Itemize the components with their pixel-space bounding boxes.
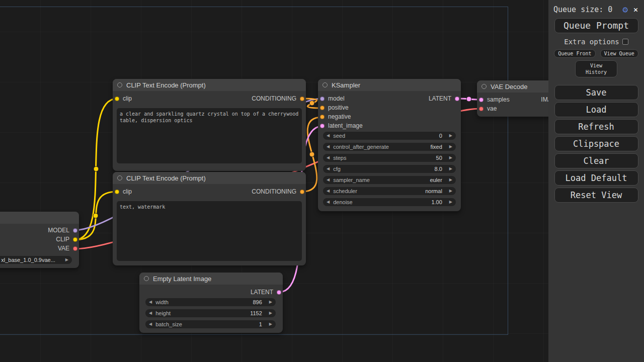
output-slot-clip[interactable]: [73, 237, 77, 242]
increment-arrow-icon[interactable]: ▶: [269, 300, 272, 304]
widget-control-after-generate[interactable]: ◀ control_after_generate fixed ▶: [323, 143, 456, 151]
input-slot-label: clip: [123, 188, 132, 195]
output-slot-latent[interactable]: [277, 290, 281, 295]
increment-arrow-icon[interactable]: ▶: [269, 322, 272, 326]
widget-seed[interactable]: ◀ seed 0 ▶: [323, 132, 456, 140]
close-icon[interactable]: ✕: [633, 6, 638, 14]
clear-button[interactable]: Clear: [554, 153, 638, 168]
increment-arrow-icon[interactable]: ▶: [449, 178, 452, 182]
widget-ckpt-name[interactable]: ◀ xl_base_1.0_0.9vae... ▶: [0, 256, 72, 264]
input-slot-label: latent_image: [328, 122, 363, 129]
node-header[interactable]: KSampler: [318, 79, 461, 91]
load-default-button[interactable]: Load Default: [554, 170, 638, 186]
extra-options-checkbox[interactable]: [622, 39, 628, 45]
workflow-canvas[interactable]: MODEL CLIP VAE ◀ xl_base_1.0_0.9vae... ▶…: [0, 0, 548, 362]
increment-arrow-icon[interactable]: ▶: [65, 258, 68, 262]
node-title: CLIP Text Encode (Prompt): [126, 81, 206, 89]
decrement-arrow-icon[interactable]: ◀: [327, 189, 330, 193]
input-slot-positive-row: positive: [318, 103, 461, 112]
view-queue-button[interactable]: View Queue: [600, 49, 638, 58]
widget-steps[interactable]: ◀ steps 50 ▶: [323, 154, 456, 162]
widget-denoise[interactable]: ◀ denoise 1.00 ▶: [323, 198, 456, 206]
input-slot-negative[interactable]: [320, 115, 325, 119]
collapse-toggle-icon[interactable]: [481, 84, 487, 89]
node-title: CLIP Text Encode (Prompt): [126, 174, 206, 182]
node-header[interactable]: [0, 212, 79, 224]
increment-arrow-icon[interactable]: ▶: [449, 200, 452, 204]
node-ksampler[interactable]: KSampler LATENT model positive negative …: [318, 79, 461, 211]
widget-batch-size[interactable]: ◀ batch_size 1 ▶: [145, 320, 276, 328]
widget-value: normal: [425, 188, 442, 194]
decrement-arrow-icon[interactable]: ◀: [149, 322, 152, 326]
widget-value: xl_base_1.0_0.9vae...: [1, 257, 55, 263]
collapse-toggle-icon[interactable]: [117, 82, 122, 87]
input-slot-vae[interactable]: [479, 107, 484, 111]
settings-gear-icon[interactable]: ⚙: [622, 5, 628, 14]
increment-arrow-icon[interactable]: ▶: [449, 145, 452, 149]
input-slot-clip[interactable]: [115, 190, 119, 194]
decrement-arrow-icon[interactable]: ◀: [327, 145, 330, 149]
clipspace-button[interactable]: Clipspace: [554, 136, 638, 151]
widget-cfg[interactable]: ◀ cfg 8.0 ▶: [323, 165, 456, 173]
output-slot-label: LATENT: [251, 289, 273, 296]
widget-value: 1152: [250, 310, 262, 316]
node-checkpoint-loader[interactable]: MODEL CLIP VAE ◀ xl_base_1.0_0.9vae... ▶: [0, 212, 79, 268]
queue-prompt-button[interactable]: Queue Prompt: [554, 18, 638, 33]
node-header[interactable]: CLIP Text Encode (Prompt): [113, 79, 306, 91]
increment-arrow-icon[interactable]: ▶: [449, 189, 452, 193]
output-slot-vae-row: VAE: [0, 244, 79, 253]
input-slot-latent-image[interactable]: [320, 124, 325, 128]
increment-arrow-icon[interactable]: ▶: [269, 311, 272, 315]
reset-view-button[interactable]: Reset View: [554, 188, 638, 203]
save-button[interactable]: Save: [554, 85, 638, 100]
refresh-button[interactable]: Refresh: [554, 119, 638, 134]
output-slot-model[interactable]: [73, 228, 77, 233]
output-slot-clip-row: CLIP: [0, 235, 79, 244]
decrement-arrow-icon[interactable]: ◀: [327, 134, 330, 138]
collapse-toggle-icon[interactable]: [117, 175, 122, 180]
widget-value: 50: [436, 155, 442, 161]
increment-arrow-icon[interactable]: ▶: [449, 156, 452, 160]
decrement-arrow-icon[interactable]: ◀: [327, 156, 330, 160]
increment-arrow-icon[interactable]: ▶: [449, 167, 452, 171]
load-button[interactable]: Load: [554, 102, 638, 117]
node-clip-text-encode-positive[interactable]: CLIP Text Encode (Prompt) clip CONDITION…: [113, 79, 306, 171]
output-slot-conditioning[interactable]: [300, 97, 304, 101]
widget-value: fixed: [431, 144, 442, 150]
node-empty-latent-image[interactable]: Empty Latent Image LATENT ◀ width 896 ▶ …: [139, 273, 283, 333]
decrement-arrow-icon[interactable]: ◀: [327, 178, 330, 182]
input-slot-samples[interactable]: [479, 98, 484, 102]
widget-value: 0: [439, 133, 442, 139]
decrement-arrow-icon[interactable]: ◀: [327, 200, 330, 204]
positive-prompt-textarea[interactable]: a clear and sparkling quartz crystal on …: [117, 108, 302, 163]
widget-sampler-name[interactable]: ◀ sampler_name euler ▶: [323, 176, 456, 184]
queue-front-button[interactable]: Queue Front: [554, 49, 595, 58]
node-header[interactable]: CLIP Text Encode (Prompt): [113, 172, 306, 184]
widget-label: batch_size: [155, 321, 182, 327]
collapse-toggle-icon[interactable]: [144, 276, 149, 281]
input-slot-label: negative: [328, 113, 351, 120]
output-slot-vae[interactable]: [73, 246, 77, 251]
output-slot-conditioning[interactable]: [300, 190, 304, 194]
view-history-button[interactable]: View History: [575, 60, 617, 77]
widget-scheduler[interactable]: ◀ scheduler normal ▶: [323, 187, 456, 195]
input-slot-label: positive: [328, 104, 349, 111]
node-header[interactable]: Empty Latent Image: [139, 273, 283, 285]
widget-height[interactable]: ◀ height 1152 ▶: [145, 309, 276, 317]
output-slot-latent[interactable]: [455, 97, 459, 101]
increment-arrow-icon[interactable]: ▶: [449, 134, 452, 138]
input-slot-model[interactable]: [320, 97, 325, 101]
decrement-arrow-icon[interactable]: ◀: [149, 300, 152, 304]
decrement-arrow-icon[interactable]: ◀: [327, 167, 330, 171]
collapse-toggle-icon[interactable]: [323, 82, 328, 87]
negative-prompt-textarea[interactable]: text, watermark: [117, 201, 302, 261]
input-slot-positive[interactable]: [320, 106, 325, 110]
decrement-arrow-icon[interactable]: ◀: [149, 311, 152, 315]
widget-label: sampler_name: [333, 177, 370, 183]
node-clip-text-encode-negative[interactable]: CLIP Text Encode (Prompt) clip CONDITION…: [113, 172, 306, 265]
widget-width[interactable]: ◀ width 896 ▶: [145, 298, 276, 306]
input-slot-clip[interactable]: [115, 97, 119, 101]
widget-label: scheduler: [333, 188, 357, 194]
output-slot-model-row: MODEL: [0, 226, 79, 235]
output-slot-label: CONDITIONING: [252, 188, 296, 195]
